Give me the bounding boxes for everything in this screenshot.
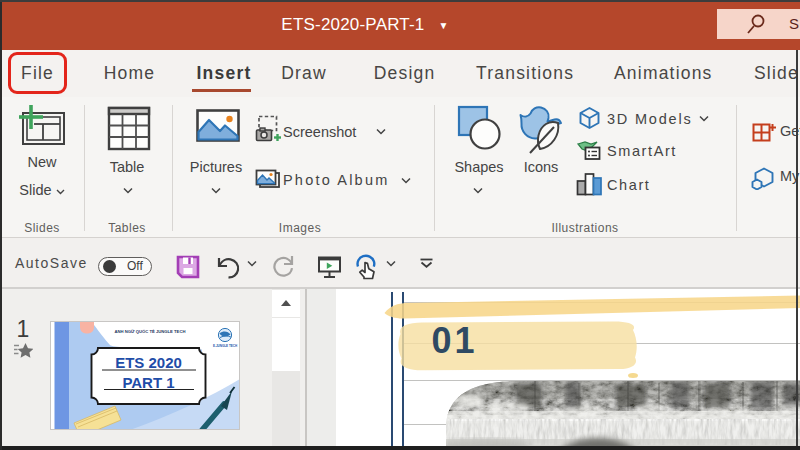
svg-text:ETS 2020: ETS 2020 [115,354,182,371]
svg-text:E-JUNGLE TECH: E-JUNGLE TECH [213,344,237,348]
svg-text:PART 1: PART 1 [122,374,174,391]
svg-text:ANH NGỮ QUỐC TẾ JUNGLE TECH: ANH NGỮ QUỐC TẾ JUNGLE TECH [115,329,186,334]
